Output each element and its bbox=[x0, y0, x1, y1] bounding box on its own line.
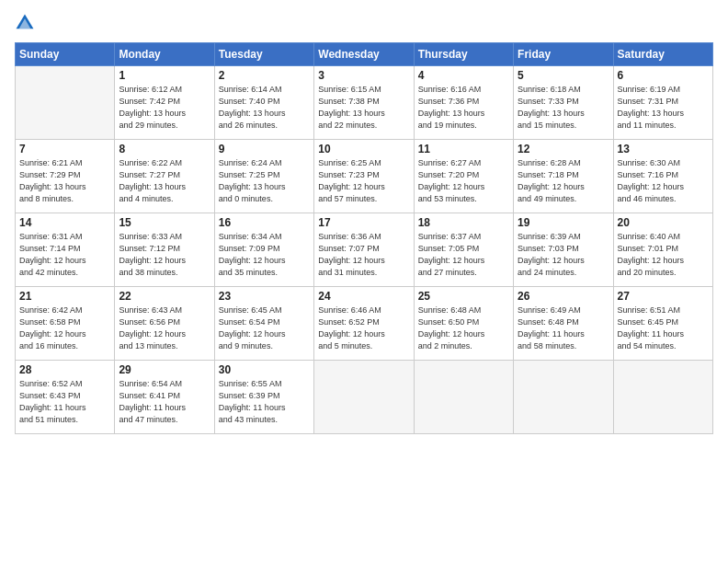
calendar-cell: 30Sunrise: 6:55 AMSunset: 6:39 PMDayligh… bbox=[214, 361, 313, 434]
day-info: Sunrise: 6:45 AMSunset: 6:54 PMDaylight:… bbox=[219, 304, 310, 352]
calendar-cell: 22Sunrise: 6:43 AMSunset: 6:56 PMDayligh… bbox=[115, 287, 214, 361]
day-number: 2 bbox=[219, 69, 310, 82]
day-number: 22 bbox=[119, 290, 210, 303]
day-number: 3 bbox=[318, 69, 409, 82]
day-info: Sunrise: 6:34 AMSunset: 7:09 PMDaylight:… bbox=[219, 231, 310, 279]
weekday-header-saturday: Saturday bbox=[613, 43, 712, 66]
day-info: Sunrise: 6:27 AMSunset: 7:20 PMDaylight:… bbox=[418, 157, 509, 205]
day-info: Sunrise: 6:19 AMSunset: 7:31 PMDaylight:… bbox=[618, 84, 709, 132]
day-info: Sunrise: 6:36 AMSunset: 7:07 PMDaylight:… bbox=[318, 231, 409, 279]
day-info: Sunrise: 6:46 AMSunset: 6:52 PMDaylight:… bbox=[318, 304, 409, 352]
calendar-cell: 16Sunrise: 6:34 AMSunset: 7:09 PMDayligh… bbox=[214, 213, 313, 287]
calendar-cell: 1Sunrise: 6:12 AMSunset: 7:42 PMDaylight… bbox=[115, 66, 214, 140]
weekday-header-sunday: Sunday bbox=[16, 43, 115, 66]
calendar-week-1: 1Sunrise: 6:12 AMSunset: 7:42 PMDaylight… bbox=[16, 66, 713, 140]
generalblue-logo-icon bbox=[15, 13, 35, 33]
calendar-cell: 2Sunrise: 6:14 AMSunset: 7:40 PMDaylight… bbox=[214, 66, 313, 140]
day-info: Sunrise: 6:14 AMSunset: 7:40 PMDaylight:… bbox=[219, 84, 310, 132]
weekday-header-monday: Monday bbox=[115, 43, 214, 66]
day-number: 27 bbox=[618, 290, 709, 303]
day-info: Sunrise: 6:22 AMSunset: 7:27 PMDaylight:… bbox=[119, 157, 210, 205]
calendar-cell: 11Sunrise: 6:27 AMSunset: 7:20 PMDayligh… bbox=[414, 140, 513, 213]
calendar-cell: 14Sunrise: 6:31 AMSunset: 7:14 PMDayligh… bbox=[16, 213, 115, 287]
calendar-week-5: 28Sunrise: 6:52 AMSunset: 6:43 PMDayligh… bbox=[16, 361, 713, 434]
calendar-cell: 25Sunrise: 6:48 AMSunset: 6:50 PMDayligh… bbox=[414, 287, 513, 361]
calendar-cell: 18Sunrise: 6:37 AMSunset: 7:05 PMDayligh… bbox=[414, 213, 513, 287]
day-number: 18 bbox=[418, 216, 509, 229]
calendar-cell: 20Sunrise: 6:40 AMSunset: 7:01 PMDayligh… bbox=[613, 213, 712, 287]
day-number: 6 bbox=[618, 69, 709, 82]
day-number: 15 bbox=[119, 216, 210, 229]
day-info: Sunrise: 6:48 AMSunset: 6:50 PMDaylight:… bbox=[418, 304, 509, 352]
calendar-cell: 29Sunrise: 6:54 AMSunset: 6:41 PMDayligh… bbox=[115, 361, 214, 434]
calendar-header-row: SundayMondayTuesdayWednesdayThursdayFrid… bbox=[16, 43, 713, 66]
day-info: Sunrise: 6:39 AMSunset: 7:03 PMDaylight:… bbox=[518, 231, 609, 279]
day-info: Sunrise: 6:12 AMSunset: 7:42 PMDaylight:… bbox=[119, 84, 210, 132]
day-info: Sunrise: 6:55 AMSunset: 6:39 PMDaylight:… bbox=[219, 378, 310, 426]
calendar-week-3: 14Sunrise: 6:31 AMSunset: 7:14 PMDayligh… bbox=[16, 213, 713, 287]
calendar-cell bbox=[613, 361, 712, 434]
day-info: Sunrise: 6:15 AMSunset: 7:38 PMDaylight:… bbox=[318, 84, 409, 132]
calendar-cell bbox=[314, 361, 414, 434]
day-info: Sunrise: 6:18 AMSunset: 7:33 PMDaylight:… bbox=[518, 84, 609, 132]
day-info: Sunrise: 6:43 AMSunset: 6:56 PMDaylight:… bbox=[119, 304, 210, 352]
day-number: 13 bbox=[618, 143, 709, 155]
day-number: 10 bbox=[318, 143, 409, 155]
calendar-cell: 8Sunrise: 6:22 AMSunset: 7:27 PMDaylight… bbox=[115, 140, 214, 213]
day-number: 7 bbox=[19, 143, 110, 155]
day-info: Sunrise: 6:42 AMSunset: 6:58 PMDaylight:… bbox=[19, 304, 110, 352]
weekday-header-wednesday: Wednesday bbox=[314, 43, 414, 66]
day-info: Sunrise: 6:37 AMSunset: 7:05 PMDaylight:… bbox=[418, 231, 509, 279]
logo bbox=[15, 13, 39, 33]
calendar-cell: 9Sunrise: 6:24 AMSunset: 7:25 PMDaylight… bbox=[214, 140, 313, 213]
day-number: 16 bbox=[219, 216, 310, 229]
day-info: Sunrise: 6:28 AMSunset: 7:18 PMDaylight:… bbox=[518, 157, 609, 205]
day-number: 12 bbox=[518, 143, 609, 155]
day-number: 8 bbox=[119, 143, 210, 155]
calendar-cell: 17Sunrise: 6:36 AMSunset: 7:07 PMDayligh… bbox=[314, 213, 414, 287]
page-header bbox=[15, 13, 713, 33]
day-info: Sunrise: 6:24 AMSunset: 7:25 PMDaylight:… bbox=[219, 157, 310, 205]
calendar-week-4: 21Sunrise: 6:42 AMSunset: 6:58 PMDayligh… bbox=[16, 287, 713, 361]
day-number: 30 bbox=[219, 363, 310, 376]
day-number: 28 bbox=[19, 363, 110, 376]
day-info: Sunrise: 6:51 AMSunset: 6:45 PMDaylight:… bbox=[618, 304, 709, 352]
day-number: 17 bbox=[318, 216, 409, 229]
calendar-cell: 23Sunrise: 6:45 AMSunset: 6:54 PMDayligh… bbox=[214, 287, 313, 361]
calendar-cell: 13Sunrise: 6:30 AMSunset: 7:16 PMDayligh… bbox=[613, 140, 712, 213]
calendar-cell: 10Sunrise: 6:25 AMSunset: 7:23 PMDayligh… bbox=[314, 140, 414, 213]
calendar-cell bbox=[414, 361, 513, 434]
calendar-cell: 7Sunrise: 6:21 AMSunset: 7:29 PMDaylight… bbox=[16, 140, 115, 213]
day-info: Sunrise: 6:33 AMSunset: 7:12 PMDaylight:… bbox=[119, 231, 210, 279]
day-info: Sunrise: 6:40 AMSunset: 7:01 PMDaylight:… bbox=[618, 231, 709, 279]
calendar-cell: 5Sunrise: 6:18 AMSunset: 7:33 PMDaylight… bbox=[514, 66, 613, 140]
calendar-cell bbox=[16, 66, 115, 140]
calendar-cell: 19Sunrise: 6:39 AMSunset: 7:03 PMDayligh… bbox=[514, 213, 613, 287]
day-number: 20 bbox=[618, 216, 709, 229]
calendar-cell: 26Sunrise: 6:49 AMSunset: 6:48 PMDayligh… bbox=[514, 287, 613, 361]
day-number: 9 bbox=[219, 143, 310, 155]
calendar-table: SundayMondayTuesdayWednesdayThursdayFrid… bbox=[15, 42, 713, 434]
weekday-header-friday: Friday bbox=[514, 43, 613, 66]
weekday-header-tuesday: Tuesday bbox=[214, 43, 313, 66]
calendar-cell: 27Sunrise: 6:51 AMSunset: 6:45 PMDayligh… bbox=[613, 287, 712, 361]
calendar-cell: 12Sunrise: 6:28 AMSunset: 7:18 PMDayligh… bbox=[514, 140, 613, 213]
calendar-cell: 15Sunrise: 6:33 AMSunset: 7:12 PMDayligh… bbox=[115, 213, 214, 287]
day-number: 24 bbox=[318, 290, 409, 303]
day-info: Sunrise: 6:31 AMSunset: 7:14 PMDaylight:… bbox=[19, 231, 110, 279]
day-info: Sunrise: 6:25 AMSunset: 7:23 PMDaylight:… bbox=[318, 157, 409, 205]
calendar-cell: 28Sunrise: 6:52 AMSunset: 6:43 PMDayligh… bbox=[16, 361, 115, 434]
day-number: 21 bbox=[19, 290, 110, 303]
day-info: Sunrise: 6:52 AMSunset: 6:43 PMDaylight:… bbox=[19, 378, 110, 426]
calendar-cell bbox=[514, 361, 613, 434]
day-number: 1 bbox=[119, 69, 210, 82]
day-number: 19 bbox=[518, 216, 609, 229]
day-number: 29 bbox=[119, 363, 210, 376]
day-number: 26 bbox=[518, 290, 609, 303]
day-info: Sunrise: 6:21 AMSunset: 7:29 PMDaylight:… bbox=[19, 157, 110, 205]
day-number: 4 bbox=[418, 69, 509, 82]
calendar-cell: 4Sunrise: 6:16 AMSunset: 7:36 PMDaylight… bbox=[414, 66, 513, 140]
day-number: 5 bbox=[518, 69, 609, 82]
day-number: 14 bbox=[19, 216, 110, 229]
calendar-cell: 6Sunrise: 6:19 AMSunset: 7:31 PMDaylight… bbox=[613, 66, 712, 140]
